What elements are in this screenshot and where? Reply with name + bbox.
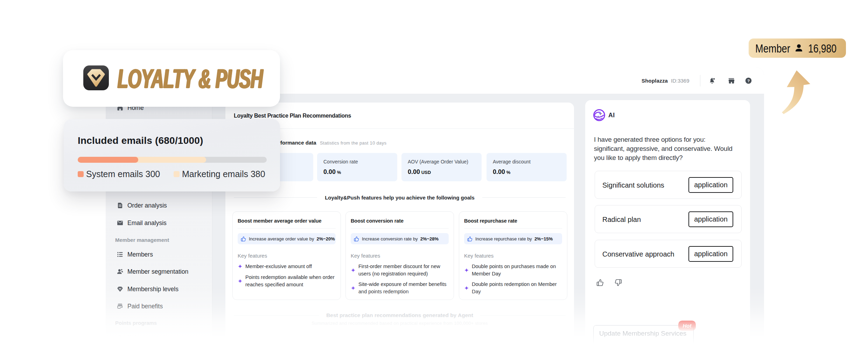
svg-text:?: ? (747, 78, 750, 83)
